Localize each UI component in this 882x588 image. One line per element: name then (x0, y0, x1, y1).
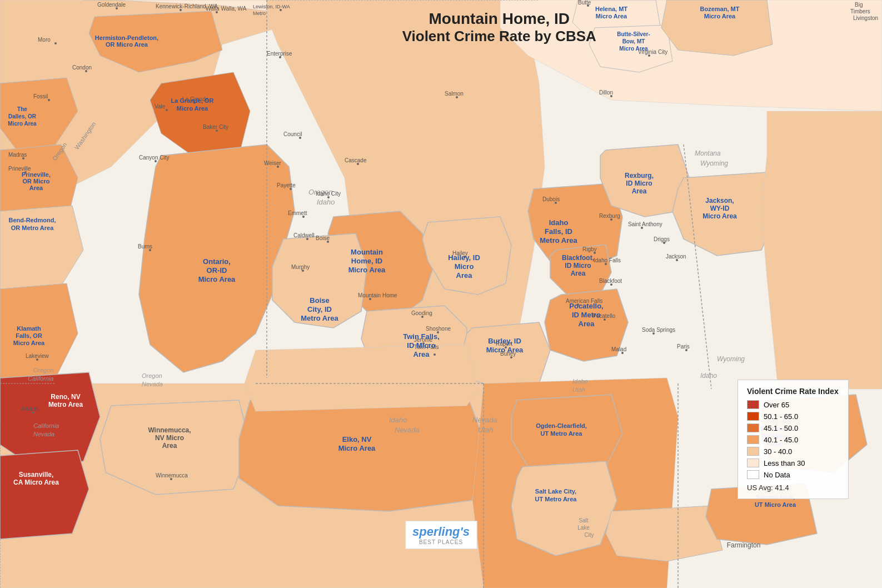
svg-text:Idaho: Idaho (549, 218, 569, 227)
svg-text:Idaho: Idaho (572, 378, 588, 385)
svg-marker-33 (511, 461, 617, 556)
svg-text:Vale: Vale (155, 103, 166, 109)
svg-text:ID Metro: ID Metro (572, 311, 601, 319)
svg-text:UT Metro Area: UT Metro Area (541, 430, 583, 437)
legend-item-over65: Over 65 (747, 400, 839, 409)
legend-swatch-over65 (747, 400, 759, 409)
legend-label-45-50: 45.1 - 50.0 (764, 424, 798, 432)
svg-text:Falls, ID: Falls, ID (545, 227, 572, 236)
map-container: Washington Oregon Oregon Idaho Idaho Nev… (0, 0, 882, 588)
svg-text:Metro: Metro (253, 11, 266, 16)
svg-text:Micro Area: Micro Area (702, 212, 737, 220)
svg-text:Micro: Micro (455, 262, 474, 271)
svg-text:ID Micro: ID Micro (407, 341, 435, 350)
svg-text:Walla Walla, WA: Walla Walla, WA (206, 6, 247, 12)
legend-swatch-45-50 (747, 423, 759, 432)
svg-text:Big: Big (855, 2, 863, 8)
svg-text:Ogden-Clearfield,: Ogden-Clearfield, (536, 422, 587, 429)
svg-text:Idaho: Idaho (389, 416, 407, 424)
svg-text:Jackson: Jackson (666, 253, 686, 260)
svg-text:Susanville,: Susanville, (19, 471, 54, 479)
svg-text:Farmington: Farmington (727, 541, 761, 549)
svg-text:Nevada: Nevada (142, 381, 163, 387)
svg-text:Bow, MT: Bow, MT (622, 38, 645, 44)
svg-text:Micro Area: Micro Area (338, 444, 376, 452)
legend-avg: US Avg: 41.4 (747, 484, 839, 492)
legend-label-50-65: 50.1 - 65.0 (764, 412, 798, 421)
svg-text:Saint Anthony: Saint Anthony (628, 221, 662, 227)
svg-text:Mountain Home: Mountain Home (358, 292, 397, 298)
svg-text:Butte: Butte (578, 0, 591, 6)
svg-text:OR Micro Area: OR Micro Area (106, 41, 148, 48)
svg-text:Area: Area (413, 350, 430, 358)
svg-text:California: California (33, 422, 59, 429)
legend: Violent Crime Rate Index Over 65 50.1 - … (738, 380, 849, 499)
svg-text:Moro: Moro (38, 37, 51, 43)
svg-text:Shoshone: Shoshone (426, 326, 451, 332)
legend-label-nodata: No Data (764, 471, 790, 479)
legend-item-less30: Less than 30 (747, 459, 839, 467)
legend-swatch-40-45 (747, 435, 759, 444)
svg-text:CA Micro Area: CA Micro Area (13, 479, 59, 486)
svg-text:Dillon: Dillon (599, 89, 613, 96)
svg-text:Payette: Payette (277, 182, 296, 188)
svg-text:Pocatello,: Pocatello, (569, 302, 603, 310)
svg-text:Gooding: Gooding (411, 310, 432, 316)
svg-text:Montana: Montana (695, 150, 721, 157)
svg-text:Livingston: Livingston (853, 15, 878, 21)
legend-label-40-45: 40.1 - 45.0 (764, 436, 798, 444)
svg-text:Lake: Lake (577, 525, 590, 531)
svg-text:Area: Area (29, 185, 43, 191)
svg-text:Mountain: Mountain (351, 248, 383, 256)
svg-text:Micro Area: Micro Area (348, 266, 386, 274)
svg-marker-28 (0, 450, 89, 539)
legend-label-less30: Less than 30 (764, 459, 805, 467)
map-svg: Washington Oregon Oregon Idaho Idaho Nev… (0, 0, 882, 588)
legend-item-50-65: 50.1 - 65.0 (747, 412, 839, 421)
svg-text:UT Metro Area: UT Metro Area (535, 496, 577, 502)
svg-text:Murphy: Murphy (291, 264, 310, 270)
svg-text:Micro Area: Micro Area (704, 13, 736, 19)
svg-text:Condon: Condon (72, 64, 92, 71)
svg-text:Enterprise: Enterprise (267, 51, 292, 57)
legend-swatch-30-40 (747, 447, 759, 456)
svg-marker-30 (239, 395, 484, 511)
svg-text:NV Micro: NV Micro (155, 434, 184, 442)
svg-text:Micro Area: Micro Area (8, 121, 37, 127)
svg-text:Lewiston, ID-WA: Lewiston, ID-WA (253, 4, 290, 9)
svg-text:Council: Council (283, 131, 302, 137)
svg-text:Nevada: Nevada (33, 431, 54, 437)
svg-text:Area: Area (571, 270, 586, 277)
svg-text:Micro Area: Micro Area (198, 275, 236, 283)
svg-text:Micro Area: Micro Area (596, 13, 627, 19)
svg-text:Idaho: Idaho (700, 372, 717, 380)
svg-text:Hermiston-Pendleton,: Hermiston-Pendleton, (95, 34, 158, 41)
svg-marker-37 (245, 345, 478, 411)
svg-text:Area: Area (579, 320, 595, 328)
svg-text:OR Metro Area: OR Metro Area (11, 225, 54, 231)
svg-text:Klamath: Klamath (17, 325, 41, 332)
svg-text:Idaho City: Idaho City (316, 191, 341, 197)
svg-point-75 (54, 42, 57, 44)
svg-text:UT Micro Area: UT Micro Area (755, 501, 796, 508)
sperling-logo-tagline: BEST PLACES (412, 539, 470, 545)
svg-text:Winnemucca: Winnemucca (156, 472, 188, 479)
svg-text:ID Micro: ID Micro (626, 180, 652, 187)
svg-text:Caldwell: Caldwell (293, 232, 315, 238)
svg-text:Idaho Falls: Idaho Falls (594, 257, 621, 263)
svg-text:Ontario,: Ontario, (203, 257, 231, 266)
svg-text:Metro Area: Metro Area (48, 401, 83, 408)
svg-text:Rigby: Rigby (582, 246, 597, 252)
svg-text:Elko, NV: Elko, NV (342, 435, 372, 444)
svg-text:Wyoming: Wyoming (717, 355, 745, 363)
svg-text:Burley, ID: Burley, ID (488, 337, 521, 345)
svg-text:Fossil: Fossil (33, 93, 48, 99)
legend-item-40-45: 40.1 - 45.0 (747, 435, 839, 444)
svg-point-128 (433, 353, 436, 356)
svg-text:Nevada: Nevada (472, 416, 497, 424)
legend-label-over65: Over 65 (764, 401, 789, 409)
svg-text:Oregon: Oregon (33, 367, 54, 373)
svg-marker-34 (606, 506, 722, 561)
svg-text:Salmon: Salmon (445, 91, 464, 97)
svg-text:Salt Lake City,: Salt Lake City, (535, 488, 576, 495)
